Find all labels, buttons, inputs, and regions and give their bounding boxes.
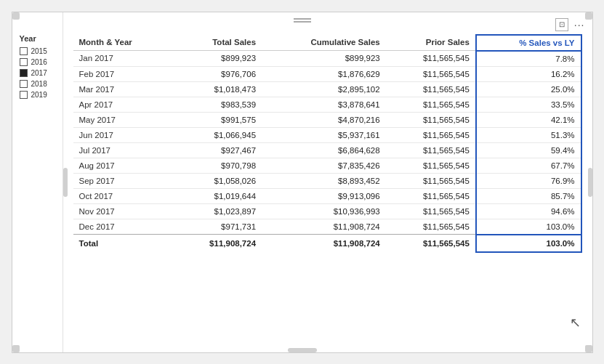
legend-label-2015: 2015	[31, 47, 47, 55]
cell-pct_sales_vs_ly: 103.0%	[476, 219, 581, 235]
cell-total_sales: $1,023,897	[172, 203, 262, 219]
footer-pct-sales-vs-ly: 103.0%	[476, 235, 581, 252]
cell-month_year: Jul 2017	[73, 142, 173, 158]
data-table: Month & Year Total Sales Cumulative Sale…	[73, 34, 582, 253]
table-footer-row: Total $11,908,724 $11,908,724 $11,565,54…	[73, 235, 581, 252]
cell-cumulative_sales: $5,937,161	[262, 127, 386, 142]
resize-handle-left[interactable]	[63, 168, 68, 197]
cell-pct_sales_vs_ly: 7.8%	[476, 51, 581, 67]
drag-handle[interactable]	[294, 18, 311, 23]
legend-checkbox-2015[interactable]	[20, 47, 28, 55]
cell-prior_sales: $11,565,545	[386, 127, 476, 142]
legend-label-2018: 2018	[31, 80, 47, 88]
cell-month_year: May 2017	[73, 112, 173, 127]
legend-label-2016: 2016	[31, 58, 47, 66]
more-options-icon[interactable]: ···	[574, 19, 585, 31]
resize-handle-bottom[interactable]	[288, 348, 317, 352]
top-right-icons: ⊡ ···	[555, 18, 585, 31]
footer-label: Total	[73, 235, 173, 252]
legend-checkbox-2018[interactable]	[20, 80, 28, 88]
cell-total_sales: $927,467	[172, 142, 262, 158]
focus-mode-icon[interactable]: ⊡	[555, 18, 568, 31]
cell-month_year: Jan 2017	[73, 51, 173, 67]
legend-item-2018[interactable]: 2018	[20, 80, 55, 88]
cell-prior_sales: $11,565,545	[386, 158, 476, 173]
cell-pct_sales_vs_ly: 33.5%	[476, 97, 581, 112]
cell-cumulative_sales: $4,870,216	[262, 112, 386, 127]
cell-month_year: Dec 2017	[73, 219, 173, 235]
table-row: Jan 2017$899,923$899,923$11,565,5457.8%	[73, 51, 581, 67]
cell-cumulative_sales: $3,878,641	[262, 97, 386, 112]
table-row: Nov 2017$1,023,897$10,936,993$11,565,545…	[73, 203, 581, 219]
col-header-prior-sales: Prior Sales	[386, 35, 476, 51]
cell-prior_sales: $11,565,545	[386, 188, 476, 203]
legend-checkbox-2019[interactable]	[20, 91, 28, 99]
resize-corner-br[interactable]	[585, 345, 592, 352]
cell-month_year: Jun 2017	[73, 127, 173, 142]
resize-corner-tr[interactable]	[585, 12, 592, 20]
table-row: Oct 2017$1,019,644$9,913,096$11,565,5458…	[73, 188, 581, 203]
cell-pct_sales_vs_ly: 94.6%	[476, 203, 581, 219]
legend-item-2017[interactable]: 2017	[20, 69, 55, 77]
cell-pct_sales_vs_ly: 51.3%	[476, 127, 581, 142]
legend-label-2019: 2019	[31, 91, 47, 99]
cell-cumulative_sales: $6,864,628	[262, 142, 386, 158]
col-header-total-sales: Total Sales	[172, 35, 262, 51]
cell-prior_sales: $11,565,545	[386, 97, 476, 112]
resize-corner-tl[interactable]	[12, 12, 20, 20]
resize-handle-right[interactable]	[588, 168, 592, 197]
cell-prior_sales: $11,565,545	[386, 66, 476, 81]
cell-pct_sales_vs_ly: 76.9%	[476, 173, 581, 188]
legend-item-2019[interactable]: 2019	[20, 91, 55, 99]
cell-month_year: Feb 2017	[73, 66, 173, 81]
table-row: Jun 2017$1,066,945$5,937,161$11,565,5455…	[73, 127, 581, 142]
cell-prior_sales: $11,565,545	[386, 51, 476, 67]
cell-pct_sales_vs_ly: 25.0%	[476, 81, 581, 97]
cell-prior_sales: $11,565,545	[386, 142, 476, 158]
cell-month_year: Nov 2017	[73, 203, 173, 219]
cell-month_year: Apr 2017	[73, 97, 173, 112]
legend-item-2015[interactable]: 2015	[20, 47, 55, 55]
table-header-row: Month & Year Total Sales Cumulative Sale…	[73, 35, 581, 51]
cell-month_year: Mar 2017	[73, 81, 173, 97]
legend-checkbox-2016[interactable]	[20, 58, 28, 66]
table-area: Month & Year Total Sales Cumulative Sale…	[63, 12, 592, 352]
legend-label-2017: 2017	[31, 69, 47, 77]
cell-month_year: Oct 2017	[73, 188, 173, 203]
legend-title: Year	[20, 34, 55, 43]
footer-cumulative-sales: $11,908,724	[262, 235, 386, 252]
cell-cumulative_sales: $10,936,993	[262, 203, 386, 219]
table-row: Sep 2017$1,058,026$8,893,452$11,565,5457…	[73, 173, 581, 188]
footer-prior-sales: $11,565,545	[386, 235, 476, 252]
table-row: Jul 2017$927,467$6,864,628$11,565,54559.…	[73, 142, 581, 158]
cell-pct_sales_vs_ly: 59.4%	[476, 142, 581, 158]
table-row: May 2017$991,575$4,870,216$11,565,54542.…	[73, 112, 581, 127]
cell-month_year: Sep 2017	[73, 173, 173, 188]
cell-total_sales: $976,706	[172, 66, 262, 81]
table-row: Dec 2017$971,731$11,908,724$11,565,54510…	[73, 219, 581, 235]
cell-total_sales: $970,798	[172, 158, 262, 173]
cell-prior_sales: $11,565,545	[386, 219, 476, 235]
cell-cumulative_sales: $2,895,102	[262, 81, 386, 97]
report-container: ⊡ ··· Year 20152016201720182019 Month & …	[12, 12, 593, 353]
col-header-month-year: Month & Year	[73, 35, 173, 51]
cell-total_sales: $1,058,026	[172, 173, 262, 188]
cell-total_sales: $899,923	[172, 51, 262, 67]
cell-prior_sales: $11,565,545	[386, 112, 476, 127]
cell-pct_sales_vs_ly: 85.7%	[476, 188, 581, 203]
col-header-cumulative-sales: Cumulative Sales	[262, 35, 386, 51]
table-row: Feb 2017$976,706$1,876,629$11,565,54516.…	[73, 66, 581, 81]
year-legend: Year 20152016201720182019	[12, 12, 63, 352]
resize-corner-bl[interactable]	[12, 345, 20, 352]
cell-prior_sales: $11,565,545	[386, 173, 476, 188]
legend-checkbox-2017[interactable]	[20, 69, 28, 77]
cell-pct_sales_vs_ly: 42.1%	[476, 112, 581, 127]
cell-total_sales: $971,731	[172, 219, 262, 235]
cell-total_sales: $1,019,644	[172, 188, 262, 203]
cell-cumulative_sales: $11,908,724	[262, 219, 386, 235]
cell-pct_sales_vs_ly: 67.7%	[476, 158, 581, 173]
legend-item-2016[interactable]: 2016	[20, 58, 55, 66]
cell-total_sales: $983,539	[172, 97, 262, 112]
table-row: Mar 2017$1,018,473$2,895,102$11,565,5452…	[73, 81, 581, 97]
cell-cumulative_sales: $9,913,096	[262, 188, 386, 203]
